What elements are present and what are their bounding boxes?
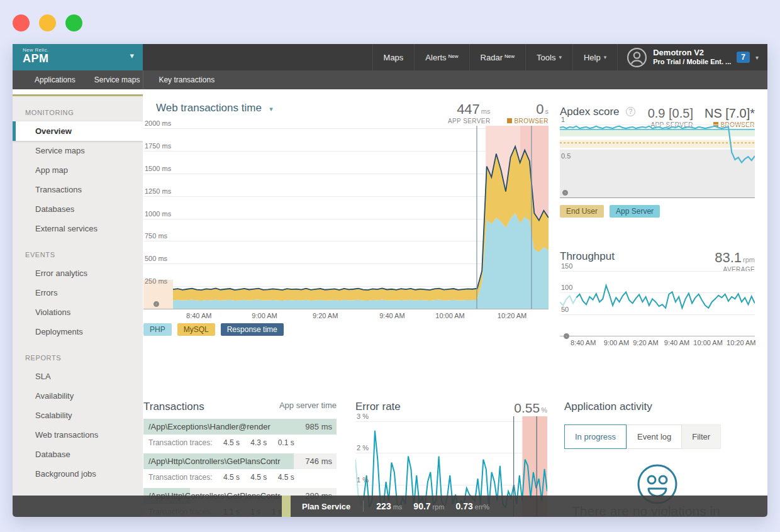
account-name: Demotron V2: [653, 48, 731, 57]
transaction-row[interactable]: /App\Http\Controllers\GetPlansContr 746 …: [143, 453, 337, 469]
x-axis-label: 9:20 AM: [313, 312, 338, 319]
tab-event-log[interactable]: Event log: [627, 424, 682, 449]
sidebar-item-web-transactions[interactable]: Web transactions: [13, 425, 143, 445]
throughput-panel: Throughput 83.1rpm AVERAGE 150100508:40 …: [560, 250, 755, 273]
chevron-down-icon: ▾: [130, 51, 134, 60]
panel-title: Application activity: [564, 401, 652, 413]
x-axis-label: 10:00 AM: [435, 312, 464, 319]
web-transactions-panel: Web transactions time ▾ 447ms APP SERVER…: [143, 102, 549, 125]
panel-title: Transactions: [143, 401, 204, 413]
y-axis-label: 3 %: [357, 413, 369, 420]
tab-in-progress[interactable]: In progress: [564, 424, 627, 449]
x-axis-label: 10:00 AM: [693, 339, 722, 346]
x-axis-label: 10:20 AM: [727, 339, 755, 346]
transaction-traces: Transaction traces: 4.5 s 4.5 s 4.5 s: [143, 469, 337, 488]
x-axis-label: 9:40 AM: [379, 312, 404, 319]
sidebar-item-error-analytics[interactable]: Error analytics: [13, 263, 143, 283]
y-axis-label: 1000 ms: [145, 210, 171, 218]
tab-filter[interactable]: Filter: [682, 425, 720, 448]
sidebar-header-monitoring: MONITORING: [13, 96, 143, 121]
chart-drag-handle[interactable]: [153, 301, 159, 307]
nav-item-tools[interactable]: Tools▾: [525, 44, 572, 70]
legend-php[interactable]: PHP: [143, 323, 172, 336]
trace-link[interactable]: 4.5 s: [250, 473, 267, 482]
transaction-row[interactable]: /App\Exceptions\Handler@render 985 ms: [143, 419, 337, 435]
sidebar-item-overview[interactable]: Overview: [13, 121, 143, 141]
service-color-stripe: [282, 496, 291, 517]
sidebar-item-transactions[interactable]: Transactions: [13, 180, 143, 199]
sidebar: MONITORING Overview Service maps App map…: [13, 94, 143, 517]
service-status-bar[interactable]: Plan Service 223ms 90.7rpm 0.73err%: [13, 496, 767, 517]
sidebar-item-deployments[interactable]: Deployments: [13, 322, 143, 341]
legend-end-user[interactable]: End User: [560, 205, 604, 218]
panel-title: Error rate: [355, 401, 401, 413]
sidebar-item-app-map[interactable]: App map: [13, 160, 143, 180]
main-content: Web transactions time ▾ 447ms APP SERVER…: [143, 89, 767, 517]
y-axis-label: 250 ms: [145, 277, 167, 285]
sidebar-item-external-services[interactable]: External services: [13, 219, 143, 238]
account-menu[interactable]: Demotron V2 Pro Trial / Mobile Ent. ... …: [617, 44, 767, 70]
trace-link[interactable]: 4.5 s: [223, 438, 240, 447]
chevron-down-icon: ▾: [755, 54, 759, 61]
trace-link[interactable]: 4.5 s: [223, 473, 240, 482]
user-avatar-icon: [627, 47, 647, 68]
y-axis-label: 1: [561, 116, 565, 124]
sidebar-item-sla[interactable]: SLA: [13, 367, 143, 386]
y-axis-label: 1500 ms: [145, 165, 171, 172]
sidebar-item-background-jobs[interactable]: Background jobs: [13, 464, 143, 484]
nav-item-help[interactable]: Help▾: [572, 44, 617, 70]
apdex-chart[interactable]: 10.5: [560, 123, 755, 198]
sidebar-item-scalability[interactable]: Scalability: [13, 406, 143, 425]
browser-metric: 0s BROWSER: [507, 102, 549, 125]
error-rate-metric: 0.55%: [514, 401, 547, 416]
web-chart-legend: PHP MySQL Response time: [143, 323, 284, 336]
chevron-down-icon[interactable]: ▾: [269, 105, 273, 113]
throughput-chart[interactable]: 150100508:40 AM9:00 AM9:20 AM9:40 AM10:0…: [560, 267, 755, 336]
trace-link[interactable]: 0.1 s: [278, 438, 294, 447]
sidebar-item-service-maps[interactable]: Service maps: [13, 141, 143, 160]
y-axis-label: 750 ms: [145, 233, 167, 240]
panel-title: Throughput: [560, 250, 615, 263]
web-transactions-chart[interactable]: 2000 ms1750 ms1500 ms1250 ms1000 ms750 m…: [143, 126, 549, 309]
legend-app-server[interactable]: App Server: [610, 205, 660, 218]
sidebar-header-events: EVENTS: [13, 238, 143, 263]
sidebar-item-errors[interactable]: Errors: [13, 283, 143, 302]
browser-swatch-icon: [507, 118, 512, 123]
x-axis-label: 9:00 AM: [252, 312, 277, 319]
apdex-panel: Apdex score ? 0.9 [0.5] APP SERVER NS [7…: [560, 106, 755, 128]
help-icon[interactable]: ?: [626, 107, 635, 116]
trace-link[interactable]: 4.5 s: [278, 473, 294, 482]
sidebar-item-databases[interactable]: Databases: [13, 199, 143, 219]
x-axis-label: 9:00 AM: [604, 339, 629, 346]
chevron-down-icon: ▾: [559, 54, 562, 60]
minimize-window-button[interactable]: [39, 14, 56, 31]
legend-mysql[interactable]: MySQL: [177, 323, 215, 336]
activity-tabs: In progress Event log Filter: [564, 424, 721, 449]
subnav-applications[interactable]: Applications: [25, 75, 85, 84]
subnav-key-transactions[interactable]: Key transactions: [149, 75, 224, 84]
nav-item-radar[interactable]: RadarNew: [469, 44, 525, 70]
sidebar-item-availability[interactable]: Availability: [13, 386, 143, 406]
sidebar-item-database[interactable]: Database: [13, 445, 143, 464]
notification-count-badge[interactable]: 7: [737, 52, 750, 63]
chart-drag-handle[interactable]: [564, 333, 569, 339]
brand-big-label: APM: [23, 53, 143, 65]
nav-item-maps[interactable]: Maps: [372, 44, 415, 70]
close-window-button[interactable]: [13, 14, 30, 31]
nav-item-alerts[interactable]: AlertsNew: [414, 44, 469, 70]
y-axis-label: 50: [561, 306, 569, 313]
app-window: New Relic. APM ▾ Maps AlertsNew RadarNew…: [13, 44, 767, 517]
subnav-service-maps[interactable]: Service maps: [85, 75, 150, 84]
zoom-window-button[interactable]: [65, 14, 82, 31]
top-menu: Maps AlertsNew RadarNew Tools▾ Help▾ Dem…: [372, 44, 767, 70]
trace-link[interactable]: 4.3 s: [250, 438, 267, 447]
apm-brand-menu[interactable]: New Relic. APM ▾: [13, 44, 143, 70]
y-axis-label: 1750 ms: [145, 142, 171, 150]
x-axis-label: 9:40 AM: [664, 339, 689, 346]
sidebar-item-violations[interactable]: Violations: [13, 302, 143, 322]
account-plan: Pro Trial / Mobile Ent. ...: [653, 57, 731, 66]
legend-response-time[interactable]: Response time: [221, 323, 284, 336]
chart-drag-handle[interactable]: [562, 190, 568, 196]
service-name: Plan Service: [291, 502, 363, 511]
y-axis-label: 500 ms: [145, 255, 167, 263]
